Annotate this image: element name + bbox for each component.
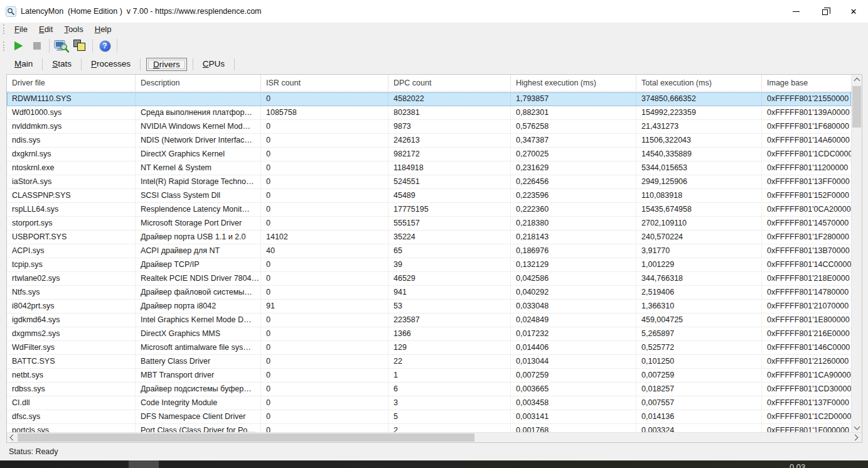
table-row[interactable]: ndis.sysNDIS (Network Driver Interfac…02… bbox=[7, 134, 851, 148]
title-bar: LatencyMon (Home Edition ) v 7.00 - http… bbox=[0, 0, 868, 23]
table-row[interactable]: dxgmms2.sysDirectX Graphics MMS013660,01… bbox=[7, 327, 851, 341]
app-icon[interactable] bbox=[6, 6, 16, 17]
table-row[interactable]: Wdf01000.sysСреда выполнения платфор…108… bbox=[7, 106, 851, 120]
table-row[interactable]: rdbss.sysДрайвер подсистемы буфер…060,00… bbox=[7, 383, 851, 396]
table-cell: 941 bbox=[388, 286, 511, 299]
table-cell: 0xFFFFF801'13FF0000 bbox=[762, 175, 851, 188]
scroll-left-button[interactable] bbox=[7, 433, 17, 442]
scroll-down-button[interactable] bbox=[852, 422, 862, 432]
column-header-4[interactable]: DPC count bbox=[388, 75, 511, 91]
minimize-button[interactable] bbox=[781, 0, 810, 23]
table-row[interactable]: dfsc.sysDFS Namespace Client Driver050,0… bbox=[7, 410, 851, 424]
menu-help[interactable]: Help bbox=[89, 23, 117, 36]
table-cell: rtwlane02.sys bbox=[7, 272, 136, 285]
vertical-scroll-thumb[interactable] bbox=[852, 86, 861, 128]
table-cell: 0xFFFFF801'21070000 bbox=[762, 300, 851, 313]
scroll-right-button[interactable] bbox=[851, 433, 861, 442]
column-header-2[interactable]: Description bbox=[136, 75, 261, 91]
help-button[interactable]: ? bbox=[95, 38, 114, 54]
table-cell: 0xFFFFF801'216E0000 bbox=[762, 327, 851, 340]
table-row[interactable]: rspLLL64.sysResplendence Latency Monit…0… bbox=[7, 203, 851, 217]
table-cell: 3,91770 bbox=[636, 244, 762, 258]
tab-cpus[interactable]: CPUs bbox=[193, 57, 234, 72]
column-header-7[interactable]: Image base bbox=[762, 75, 851, 91]
table-cell: 0xFFFFF801'218E0000 bbox=[762, 272, 851, 285]
table-cell: 982172 bbox=[388, 148, 511, 161]
column-header-5[interactable]: Highest execution (ms) bbox=[511, 75, 636, 91]
table-row[interactable]: igdkmd64.sysIntel Graphics Kernel Mode D… bbox=[7, 313, 851, 327]
table-row[interactable]: netbt.sysMBT Transport driver010,0072590… bbox=[7, 369, 851, 383]
table-cell: 0,347387 bbox=[511, 134, 636, 147]
table-row[interactable]: ntoskrnl.exeNT Kernel & System011849180,… bbox=[7, 161, 851, 175]
table-row[interactable]: USBPORT.SYSДрайвер порта USB 1.1 и 2.014… bbox=[7, 231, 851, 244]
stacked-windows-icon bbox=[73, 40, 87, 52]
menu-gripper[interactable] bbox=[3, 24, 6, 34]
table-cell: 0 bbox=[261, 313, 388, 327]
table-cell: dxgkrnl.sys bbox=[7, 148, 136, 161]
table-cell: 0xFFFFF801'21260000 bbox=[762, 355, 851, 368]
table-cell: storport.sys bbox=[7, 217, 136, 230]
tab-drivers[interactable]: Drivers bbox=[146, 58, 187, 71]
tab-stats[interactable]: Stats bbox=[43, 57, 81, 72]
column-header-3[interactable]: ISR count bbox=[261, 75, 388, 91]
table-header-row: Driver fileDescriptionISR countDPC count… bbox=[7, 75, 851, 92]
menu-tools[interactable]: Tools bbox=[58, 23, 88, 36]
menu-edit[interactable]: Edit bbox=[33, 23, 58, 36]
report-button[interactable] bbox=[52, 38, 71, 54]
table-cell: 40 bbox=[261, 244, 388, 258]
table-cell: 0,040292 bbox=[511, 286, 636, 299]
tab-main[interactable]: Main bbox=[5, 57, 42, 72]
table-row[interactable]: ACPI.sysACPI драйвер для NT40650,1869763… bbox=[7, 244, 851, 258]
table-cell: 1,001229 bbox=[636, 258, 762, 271]
table-row[interactable]: nvlddmkm.sysNVIDIA Windows Kernel Mod…09… bbox=[7, 120, 851, 134]
table-cell: NT Kernel & System bbox=[136, 161, 261, 175]
table-cell: ACPI.sys bbox=[7, 244, 136, 258]
table-cell: 14102 bbox=[261, 231, 388, 244]
tab-separator bbox=[140, 58, 141, 70]
table-row[interactable]: rtwlane02.sysRealtek PCIE NDIS Driver 78… bbox=[7, 272, 851, 286]
vertical-scrollbar[interactable] bbox=[851, 75, 862, 432]
table-cell: 2702,109110 bbox=[636, 217, 762, 230]
restore-button[interactable] bbox=[810, 0, 839, 23]
table-row[interactable]: WdFilter.sysMicrosoft antimalware file s… bbox=[7, 341, 851, 355]
drivers-table: Driver fileDescriptionISR countDPC count… bbox=[6, 74, 862, 443]
stop-monitor-button[interactable] bbox=[28, 38, 46, 54]
column-header-1[interactable]: Driver file bbox=[7, 75, 136, 91]
column-header-6[interactable]: Total execution (ms) bbox=[636, 75, 762, 91]
table-row[interactable]: storport.sysMicrosoft Storage Port Drive… bbox=[7, 217, 851, 231]
tab-processes[interactable]: Processes bbox=[82, 57, 140, 72]
table-cell: 0 bbox=[261, 369, 388, 382]
table-row[interactable]: RDWM1110.SYS045820221,793857374850,66635… bbox=[7, 92, 851, 106]
table-row[interactable]: dxgkrnl.sysDirectX Graphics Kernel098217… bbox=[7, 148, 851, 161]
table-row[interactable]: BATTC.SYSBattery Class Driver0220,013044… bbox=[7, 355, 851, 369]
toolbar-gripper[interactable] bbox=[3, 41, 6, 51]
horizontal-scrollbar[interactable] bbox=[7, 432, 862, 442]
copy-button[interactable] bbox=[71, 38, 90, 54]
close-button[interactable]: ✕ bbox=[839, 0, 868, 23]
report-monitor-icon bbox=[54, 40, 69, 53]
table-cell: 17775195 bbox=[388, 203, 511, 216]
menu-file[interactable]: File bbox=[9, 23, 33, 36]
table-row[interactable]: CI.dllCode Integrity Module030,0034580,0… bbox=[7, 396, 851, 410]
table-cell: 0,576258 bbox=[511, 120, 636, 133]
table-row[interactable]: tcpip.sysДрайвер TCP/IP0390,1321291,0012… bbox=[7, 258, 851, 272]
table-cell bbox=[136, 92, 261, 106]
table-cell: BATTC.SYS bbox=[7, 355, 136, 368]
table-cell: 0,024849 bbox=[511, 313, 636, 327]
table-cell: 0 bbox=[261, 258, 388, 271]
table-row[interactable]: portcls.sysPort Class (Class Driver for … bbox=[7, 424, 851, 432]
table-cell: 0,132129 bbox=[511, 258, 636, 271]
start-monitor-button[interactable] bbox=[9, 38, 28, 54]
toolbar-separator bbox=[49, 39, 50, 53]
table-row[interactable]: Ntfs.sysДрайвер файловой системы…09410,0… bbox=[7, 286, 851, 300]
table-cell: 0xFFFFF801'146C0000 bbox=[762, 341, 851, 354]
horizontal-scroll-thumb[interactable] bbox=[18, 433, 474, 442]
latencymon-window: LatencyMon (Home Edition ) v 7.00 - http… bbox=[0, 0, 868, 468]
table-cell: 21,431273 bbox=[636, 120, 762, 133]
table-row[interactable]: iaStorA.sysIntel(R) Rapid Storage Techno… bbox=[7, 175, 851, 189]
scroll-up-button[interactable] bbox=[852, 75, 862, 85]
table-cell: 240,570224 bbox=[636, 231, 762, 244]
table-row[interactable]: i8042prt.sysДрайвер порта i804291530,033… bbox=[7, 300, 851, 313]
table-cell: 0,007259 bbox=[636, 369, 762, 382]
table-row[interactable]: CLASSPNP.SYSSCSI Class System Dll0454890… bbox=[7, 189, 851, 203]
